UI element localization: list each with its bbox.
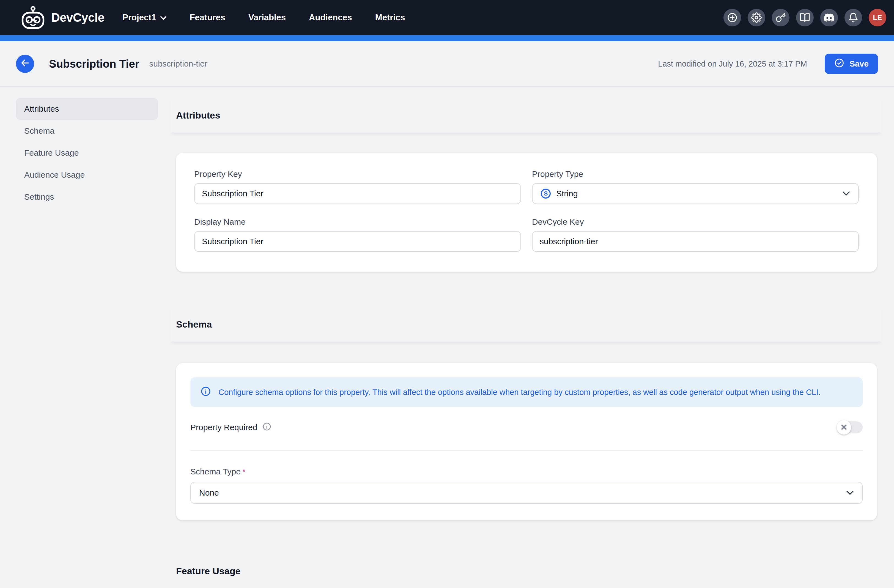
property-required-label: Property Required <box>190 423 257 432</box>
check-circle-icon <box>834 58 844 70</box>
property-key-field: Property Key <box>194 169 521 204</box>
nav-variables[interactable]: Variables <box>237 13 297 23</box>
string-type-icon: S <box>541 188 551 199</box>
property-required-label-group: Property Required <box>190 422 272 433</box>
arrow-left-icon <box>20 58 30 70</box>
nav-project-label: Project1 <box>122 13 156 23</box>
content-area: Attributes Schema Feature Usage Audience… <box>0 87 894 588</box>
page-key: subscription-tier <box>149 59 207 68</box>
section-sidebar: Attributes Schema Feature Usage Audience… <box>16 98 158 208</box>
schema-info-text: Configure schema options for this proper… <box>218 388 820 397</box>
display-name-label: Display Name <box>194 217 521 227</box>
attributes-section-title: Attributes <box>176 110 220 121</box>
top-navbar: DevCycle Project1 Features Variables Aud… <box>0 0 894 35</box>
primary-nav: Project1 Features Variables Audiences Me… <box>111 13 417 23</box>
property-key-input[interactable] <box>194 183 521 204</box>
devcycle-logo[interactable]: DevCycle <box>20 6 104 30</box>
api-keys-button[interactable] <box>772 9 790 26</box>
main-panel: Attributes Property Key Property Type S … <box>171 98 881 588</box>
last-modified-text: Last modified on July 16, 2025 at 3:17 P… <box>658 59 807 68</box>
page-header: Subscription Tier subscription-tier Last… <box>0 41 894 87</box>
display-name-input[interactable] <box>194 231 521 252</box>
book-icon <box>800 12 810 23</box>
feature-usage-section-title: Feature Usage <box>176 566 240 576</box>
property-type-field: Property Type S String <box>532 169 859 204</box>
notifications-button[interactable] <box>844 9 862 26</box>
logo-text: DevCycle <box>51 11 104 24</box>
property-type-value: String <box>556 189 578 198</box>
schema-divider <box>190 450 863 451</box>
devcycle-robot-icon <box>20 6 46 30</box>
save-button-label: Save <box>849 59 869 68</box>
nav-metrics[interactable]: Metrics <box>364 13 417 23</box>
bell-icon <box>848 12 859 23</box>
schema-type-select[interactable]: None <box>190 482 863 504</box>
back-button[interactable] <box>16 55 34 73</box>
docs-button[interactable] <box>796 9 814 26</box>
attributes-section-header: Attributes <box>171 98 881 133</box>
chevron-down-icon <box>846 490 854 495</box>
schema-type-label-row: Schema Type* <box>190 467 863 476</box>
schema-type-label: Schema Type <box>190 467 241 476</box>
sidebar-item-feature-usage[interactable]: Feature Usage <box>16 142 158 164</box>
settings-button[interactable] <box>748 9 765 26</box>
toggle-knob <box>837 420 851 434</box>
info-icon <box>200 386 211 399</box>
gear-icon <box>751 12 762 23</box>
nav-features[interactable]: Features <box>178 13 237 23</box>
feature-usage-section-header: Feature Usage <box>171 553 881 588</box>
key-icon <box>775 12 786 23</box>
nav-project-dropdown[interactable]: Project1 <box>111 13 178 23</box>
schema-info-banner: Configure schema options for this proper… <box>190 377 863 407</box>
chevron-down-icon <box>160 13 167 23</box>
devcycle-key-input[interactable] <box>532 231 859 252</box>
chevron-down-icon <box>842 191 850 196</box>
sidebar-item-audience-usage[interactable]: Audience Usage <box>16 164 158 186</box>
display-name-field: Display Name <box>194 217 521 252</box>
plus-circle-icon <box>727 12 738 23</box>
devcycle-key-field: DevCycle Key <box>532 217 859 252</box>
required-asterisk: * <box>242 467 246 476</box>
schema-section-header: Schema <box>171 307 881 342</box>
create-new-button[interactable] <box>723 9 741 26</box>
devcycle-key-label: DevCycle Key <box>532 217 859 227</box>
property-type-select[interactable]: S String <box>532 183 859 204</box>
discord-icon <box>824 12 834 23</box>
sidebar-item-schema[interactable]: Schema <box>16 120 158 142</box>
property-key-label: Property Key <box>194 169 521 179</box>
attributes-card: Property Key Property Type S String Disp… <box>176 153 877 272</box>
schema-section-title: Schema <box>176 319 212 330</box>
property-type-label: Property Type <box>532 169 859 179</box>
accent-bar <box>0 35 894 41</box>
schema-type-value: None <box>199 488 219 498</box>
page-title: Subscription Tier <box>49 58 139 70</box>
page-header-actions: Last modified on July 16, 2025 at 3:17 P… <box>658 54 878 74</box>
user-avatar[interactable]: LE <box>869 9 886 26</box>
info-icon[interactable] <box>262 422 272 433</box>
property-required-toggle[interactable] <box>837 421 863 433</box>
sidebar-item-settings[interactable]: Settings <box>16 186 158 208</box>
schema-card: Configure schema options for this proper… <box>176 363 877 520</box>
nav-audiences[interactable]: Audiences <box>297 13 364 23</box>
discord-button[interactable] <box>820 9 838 26</box>
save-button[interactable]: Save <box>825 54 878 74</box>
sidebar-item-attributes[interactable]: Attributes <box>16 98 158 120</box>
x-icon <box>841 423 847 432</box>
property-required-row: Property Required <box>190 421 863 433</box>
navbar-actions: LE <box>723 9 894 26</box>
